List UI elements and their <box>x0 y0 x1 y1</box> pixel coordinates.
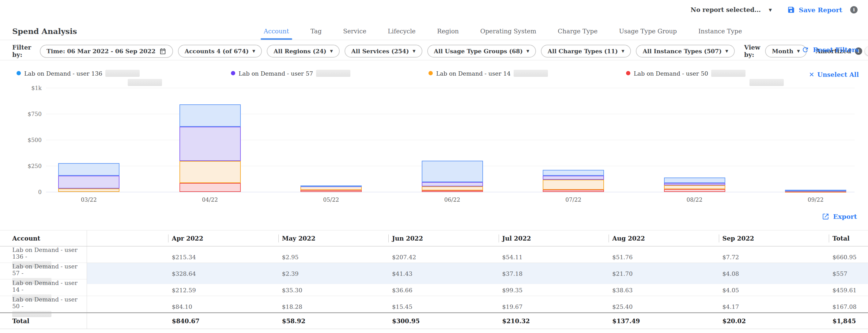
bar-segment-lab-on-demand-user-14[interactable] <box>180 161 241 183</box>
x-axis-tick-label: 09/22 <box>791 197 840 203</box>
regions-filter[interactable]: All Regions (24)▼ <box>267 45 340 58</box>
gridline <box>46 114 855 114</box>
instance-types-filter[interactable]: All Instance Types (507)▼ <box>636 45 735 58</box>
export-icon <box>822 213 829 220</box>
legend-label: Lab on Demand - user 136 <box>24 70 102 77</box>
redacted-text <box>711 70 745 77</box>
report-selector-dropdown[interactable]: No report selected... ▼ <box>691 6 772 13</box>
bar-segment-lab-on-demand-user-50[interactable] <box>664 189 725 192</box>
y-axis-tick-label: $500 <box>0 137 42 143</box>
view-by-dropdown[interactable]: Month ▼ <box>765 45 806 58</box>
column-header-apr-2022: Apr 2022 <box>168 230 278 246</box>
tab-account[interactable]: Account <box>262 28 291 40</box>
bar-segment-lab-on-demand-user-136[interactable] <box>180 104 241 127</box>
legend-item-lab-on-demand-user-14[interactable]: Lab on Demand - user 14 <box>429 70 548 77</box>
table-row: Lab on Demand - user 50 -$84.10$18.28$15… <box>0 296 868 312</box>
legend-text: Lab on Demand - user 14 <box>436 70 548 77</box>
bar-segment-lab-on-demand-user-50[interactable] <box>422 190 483 192</box>
bar-segment-lab-on-demand-user-14[interactable] <box>664 185 725 189</box>
tab-tag[interactable]: Tag <box>309 28 324 40</box>
calendar-icon <box>159 48 166 55</box>
x-axis-tick-label: 06/22 <box>428 197 477 203</box>
y-axis-tick-label: 0 <box>0 189 42 195</box>
save-report-button[interactable]: Save Report <box>787 6 842 14</box>
total-value-cell: $840.67 <box>168 313 278 329</box>
dimension-tabs: AccountTagServiceLifecycleRegionOperatin… <box>262 23 744 40</box>
column-gap <box>87 230 168 246</box>
tab-lifecycle[interactable]: Lifecycle <box>386 28 417 40</box>
bar-segment-lab-on-demand-user-136[interactable] <box>664 177 725 183</box>
info-icon[interactable]: i <box>850 6 858 13</box>
view-by-value: Month <box>772 48 793 55</box>
filter-by-label: Filter by: <box>12 44 31 59</box>
tab-instance-type[interactable]: Instance Type <box>696 28 744 40</box>
bar-segment-lab-on-demand-user-57[interactable] <box>422 182 483 187</box>
total-value-cell: $58.92 <box>278 313 389 329</box>
total-value-cell: $210.32 <box>499 313 609 329</box>
tabs-divider <box>0 40 868 40</box>
total-label: Total <box>0 313 87 329</box>
account-name: Lab on Demand - user 57 - <box>12 263 87 276</box>
bar-segment-lab-on-demand-user-57[interactable] <box>543 176 604 180</box>
bar-segment-lab-on-demand-user-14[interactable] <box>543 180 604 190</box>
x-axis-tick-label: 05/22 <box>307 197 355 203</box>
chevron-down-icon: ▼ <box>330 49 333 53</box>
filter-divider <box>0 60 868 60</box>
x-axis-tick-label: 07/22 <box>549 197 598 203</box>
bar-segment-lab-on-demand-user-14[interactable] <box>422 187 483 190</box>
spend-table: AccountApr 2022May 2022Jun 2022Jul 2022A… <box>0 230 868 329</box>
save-icon <box>787 6 795 14</box>
bar-segment-lab-on-demand-user-136[interactable] <box>301 186 362 187</box>
account-name: Lab on Demand - user 136 - <box>12 246 87 260</box>
account-name: Lab on Demand - user 50 - <box>12 296 87 309</box>
bar-segment-lab-on-demand-user-57[interactable] <box>664 183 725 185</box>
table-row: Lab on Demand - user 57 -$328.64$2.39$41… <box>0 263 868 279</box>
y-axis-tick-label: $250 <box>0 163 42 169</box>
tab-usage-type-group[interactable]: Usage Type Group <box>617 28 679 40</box>
bar-segment-lab-on-demand-user-136[interactable] <box>422 161 483 182</box>
tab-service[interactable]: Service <box>341 28 368 40</box>
services-filter[interactable]: All Services (254)▼ <box>345 45 422 58</box>
tab-charge-type[interactable]: Charge Type <box>556 28 599 40</box>
gridline <box>46 192 855 192</box>
x-axis-tick-label: 04/22 <box>186 197 235 203</box>
legend-text: Lab on Demand - user 57 <box>239 70 350 77</box>
amortized-toggle[interactable] <box>866 48 868 55</box>
services-filter-label: All Services (254) <box>351 48 409 55</box>
regions-filter-label: All Regions (24) <box>274 48 326 55</box>
column-header-account: Account <box>0 230 87 246</box>
tab-operating-system[interactable]: Operating System <box>478 28 538 40</box>
bar-segment-lab-on-demand-user-50[interactable] <box>543 190 604 192</box>
report-selector-value: No report selected... <box>691 6 761 13</box>
tab-region[interactable]: Region <box>435 28 461 40</box>
bar-segment-lab-on-demand-user-57[interactable] <box>180 127 241 161</box>
column-header-may-2022: May 2022 <box>278 230 389 246</box>
filter-pills: Time: 06 Mar 2022 - 06 Sep 2022Accounts … <box>40 45 735 58</box>
charge-types-filter-label: All Charge Types (11) <box>548 48 618 55</box>
usage-type-groups-filter[interactable]: All Usage Type Groups (68)▼ <box>427 45 536 58</box>
bar-segment-lab-on-demand-user-136[interactable] <box>785 190 846 191</box>
redacted-text <box>105 70 140 77</box>
bar-segment-lab-on-demand-user-50[interactable] <box>180 183 241 192</box>
refresh-icon <box>802 46 809 54</box>
charge-types-filter[interactable]: All Charge Types (11)▼ <box>541 45 631 58</box>
bar-segment-lab-on-demand-user-50[interactable] <box>301 190 362 192</box>
legend-dot-icon <box>626 71 630 75</box>
export-button[interactable]: Export <box>822 213 857 220</box>
table-row: Lab on Demand - user 14 -$212.59$35.30$3… <box>0 279 868 296</box>
chevron-down-icon: ▼ <box>769 8 772 12</box>
table-total-row: Total$840.67$58.92$300.95$210.32$137.49$… <box>0 312 868 329</box>
cell-gap <box>87 313 168 329</box>
bar-segment-lab-on-demand-user-57[interactable] <box>58 176 119 188</box>
chevron-down-icon: ▼ <box>725 49 728 53</box>
bar-segment-lab-on-demand-user-136[interactable] <box>58 163 119 176</box>
reset-filters-button[interactable]: Reset Filters <box>802 46 859 54</box>
bar-segment-lab-on-demand-user-14[interactable] <box>58 189 119 192</box>
time-filter[interactable]: Time: 06 Mar 2022 - 06 Sep 2022 <box>40 45 173 58</box>
x-axis-tick-label: 03/22 <box>64 197 113 203</box>
legend-label: Lab on Demand - user 50 <box>634 70 708 77</box>
column-header-aug-2022: Aug 2022 <box>609 230 719 246</box>
legend-item-lab-on-demand-user-57[interactable]: Lab on Demand - user 57 <box>231 70 350 77</box>
accounts-filter[interactable]: Accounts 4 (of 674)▼ <box>178 45 262 58</box>
bar-segment-lab-on-demand-user-136[interactable] <box>543 170 604 175</box>
